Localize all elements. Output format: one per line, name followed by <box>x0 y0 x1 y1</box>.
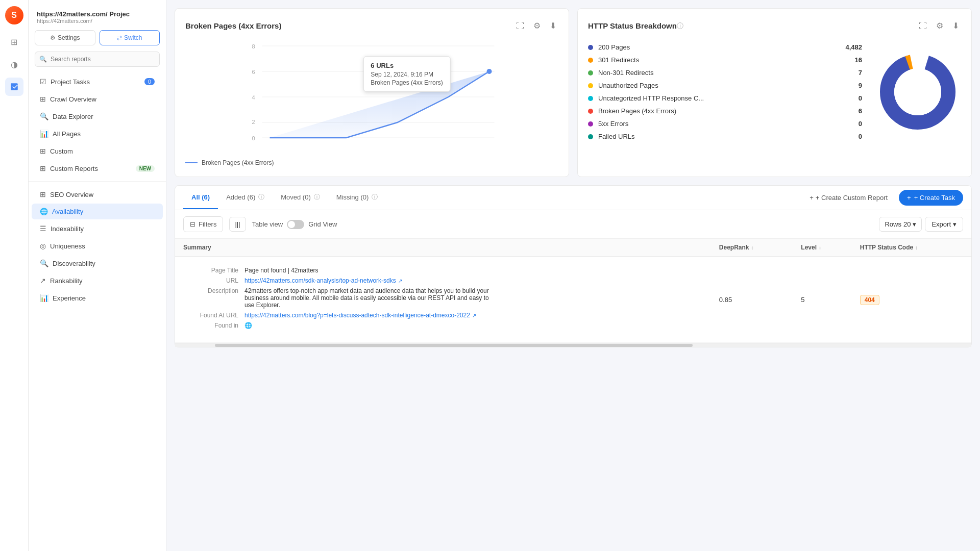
deeprank-col-header[interactable]: DeepRank ↕ <box>719 244 785 251</box>
search-input[interactable] <box>35 52 160 67</box>
svg-point-15 <box>894 68 941 115</box>
summary-col-header: Summary <box>183 244 703 251</box>
rows-dropdown[interactable]: Rows 20 ▾ <box>879 217 922 232</box>
custom-icon: ⊞ <box>40 147 46 155</box>
download-icon[interactable]: ⬇ <box>950 19 961 33</box>
sidebar: https://42matters.com/ Projec https://42… <box>29 0 166 551</box>
sort-icon: ↕ <box>819 245 821 251</box>
sidebar-actions: ⚙ Settings ⇄ Switch <box>29 30 166 52</box>
sidebar-item-uniqueness[interactable]: ◎ Uniqueness <box>32 238 163 254</box>
uniqueness-icon: ◎ <box>40 242 46 250</box>
external-link-icon: ↗ <box>472 313 476 318</box>
grid-nav-icon[interactable]: ⊞ <box>5 33 23 51</box>
status-item-unauthorized: Unauthorized Pages 9 <box>588 79 862 92</box>
expand-icon[interactable]: ⛶ <box>514 19 526 33</box>
data-card: Page Title Page not found | 42matters UR… <box>183 261 703 338</box>
info-icon[interactable]: ⓘ <box>677 21 683 31</box>
settings-icon[interactable]: ⚙ <box>934 19 945 33</box>
deeprank-cell: 0.85 <box>711 257 793 343</box>
expand-icon[interactable]: ⛶ <box>917 19 929 33</box>
bar-icon: 📊 <box>40 130 48 138</box>
sidebar-item-indexability[interactable]: ☰ Indexability <box>32 220 163 237</box>
broken-pages-chart-title: Broken Pages (4xx Errors) <box>185 21 281 30</box>
sidebar-item-label: Availability <box>52 208 155 215</box>
analytics-nav-icon[interactable]: ◑ <box>5 55 23 73</box>
col-summary: Summary <box>175 239 711 257</box>
tab-moved[interactable]: Moved (0) ⓘ <box>273 186 328 210</box>
table-row: Page Title Page not found | 42matters UR… <box>175 257 971 343</box>
chart-legend: Broken Pages (4xx Errors) <box>185 159 558 166</box>
sidebar-item-experience[interactable]: 📊 Experience <box>32 290 163 306</box>
sidebar-item-custom-reports[interactable]: ⊞ Custom Reports NEW <box>32 160 163 177</box>
broken-pages-svg: 8 6 4 2 0 <box>185 41 558 143</box>
sidebar-item-discoverability[interactable]: 🔍 Discoverability <box>32 255 163 271</box>
sidebar-item-all-pages[interactable]: 📊 All Pages <box>32 126 163 142</box>
http-status-badge: 404 <box>860 295 879 305</box>
status-count-5xx: 0 <box>847 120 862 128</box>
export-button[interactable]: Export ▾ <box>925 217 963 232</box>
grid-icon: ⊞ <box>40 95 46 103</box>
search-icon: 🔍 <box>40 112 48 120</box>
create-task-button[interactable]: + + Create Task <box>899 190 963 206</box>
svg-text:4: 4 <box>252 94 255 101</box>
found-at-url-link[interactable]: https://42matters.com/blog?p=lets-discus… <box>244 312 476 319</box>
found-at-url-row: Found At URL https://42matters.com/blog?… <box>183 312 703 319</box>
url-key: URL <box>183 277 244 284</box>
search-box: 🔍 <box>35 52 160 67</box>
sidebar-item-seo-overview[interactable]: ⊞ SEO Overview <box>32 186 163 203</box>
description-value: 42matters offers top-notch app market da… <box>244 287 500 309</box>
download-icon[interactable]: ⬇ <box>548 19 558 33</box>
tab-added-label: Added (6) <box>226 193 255 201</box>
tab-missing[interactable]: Missing (0) ⓘ <box>328 186 386 210</box>
donut-chart-wrap: 200 Pages 4,482 301 Redirects 16 Non-301… <box>588 41 961 143</box>
tab-all[interactable]: All (6) <box>183 186 218 209</box>
rows-select: Rows 20 ▾ Export ▾ <box>879 217 963 232</box>
toggle-knob <box>288 221 295 228</box>
content-area: Broken Pages (4xx Errors) ⛶ ⚙ ⬇ 8 6 4 2 <box>166 0 980 551</box>
sidebar-item-label: Uniqueness <box>50 242 155 250</box>
rows-label: Rows <box>885 220 901 228</box>
sidebar-item-label: Indexability <box>51 225 155 233</box>
sidebar-item-project-tasks[interactable]: ☑ Project Tasks 0 <box>32 73 163 90</box>
col-level: Level ↕ <box>793 239 851 257</box>
http-status-col-header[interactable]: HTTP Status Code ↕ <box>860 244 963 251</box>
description-key: Description <box>183 287 244 309</box>
sidebar-item-label: Experience <box>53 294 155 302</box>
level-col-header[interactable]: Level ↕ <box>801 244 843 251</box>
sidebar-header: https://42matters.com/ Projec https://42… <box>29 6 166 30</box>
legend-label: Broken Pages (4xx Errors) <box>202 159 274 166</box>
status-dot-non301 <box>588 70 593 76</box>
settings-button[interactable]: ⚙ Settings <box>35 30 95 45</box>
site-url: https://42matters.com/ Projec <box>37 10 158 18</box>
found-at-url-key: Found At URL <box>183 312 244 319</box>
tab-added[interactable]: Added (6) ⓘ <box>218 186 273 210</box>
sidebar-item-crawl-overview[interactable]: ⊞ Crawl Overview <box>32 91 163 107</box>
switch-button[interactable]: ⇄ Switch <box>100 30 160 45</box>
status-label-301: 301 Redirects <box>598 56 842 64</box>
horizontal-scrollbar[interactable] <box>175 343 971 347</box>
page-title-value: Page not found | 42matters <box>244 267 318 274</box>
status-dot-failed <box>588 134 593 139</box>
create-custom-report-button[interactable]: + + Create Custom Report <box>803 191 894 205</box>
status-label-unauthorized: Unauthorized Pages <box>598 82 842 89</box>
sidebar-item-label: Crawl Overview <box>50 95 155 103</box>
sidebar-item-availability[interactable]: 🌐 Availability <box>32 204 163 219</box>
column-view-button[interactable]: ||| <box>229 217 246 232</box>
table-wrap: Summary DeepRank ↕ Level ↕ <box>175 239 971 343</box>
http-status-cell: 404 <box>852 257 971 343</box>
url-link[interactable]: https://42matters.com/sdk-analysis/top-a… <box>244 277 402 284</box>
sidebar-item-data-explorer[interactable]: 🔍 Data Explorer <box>32 108 163 124</box>
sidebar-item-rankability[interactable]: ↗ Rankability <box>32 272 163 289</box>
report-nav-icon[interactable] <box>5 78 23 96</box>
status-item-4xx: Broken Pages (4xx Errors) 6 <box>588 105 862 117</box>
sidebar-item-custom[interactable]: ⊞ Custom <box>32 143 163 159</box>
status-dot-301 <box>588 58 593 63</box>
tab-all-label: All (6) <box>191 193 210 201</box>
settings-icon[interactable]: ⚙ <box>531 19 543 33</box>
description-row: Description 42matters offers top-notch a… <box>183 287 703 309</box>
charts-row: Broken Pages (4xx Errors) ⛶ ⚙ ⬇ 8 6 4 2 <box>175 8 972 177</box>
status-item-301: 301 Redirects 16 <box>588 54 862 66</box>
filters-button[interactable]: ⊟ Filters <box>183 216 223 232</box>
view-toggle-switch[interactable] <box>287 220 304 229</box>
tab-missing-label: Missing (0) <box>336 193 369 201</box>
